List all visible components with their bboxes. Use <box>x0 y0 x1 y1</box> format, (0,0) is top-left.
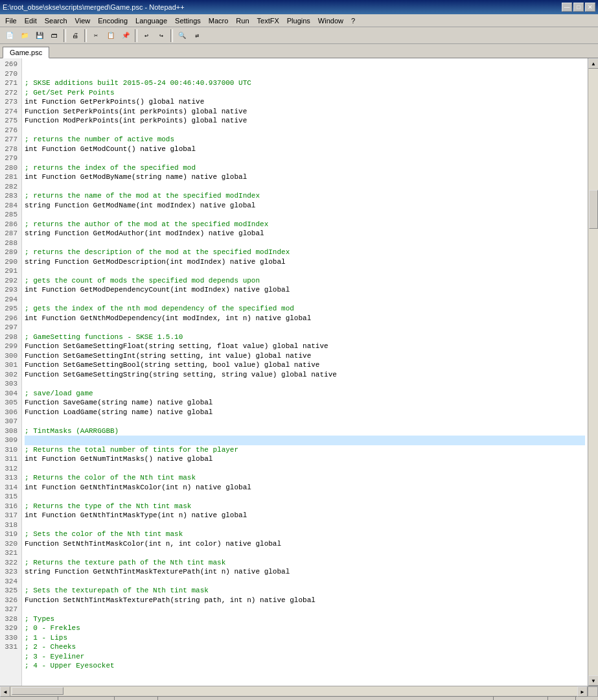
toolbar-separator-2 <box>84 29 87 42</box>
code-line <box>25 436 585 445</box>
hscrollbar-row: ◀ ▶ <box>0 686 598 696</box>
code-line: string Function GetModDescription(int mo… <box>25 257 585 267</box>
status-file-type: Normal text file <box>0 697 58 700</box>
save-all-button[interactable]: 🗃 <box>47 29 62 43</box>
cut-button[interactable]: ✂ <box>89 29 103 43</box>
menu-item-settings[interactable]: Settings <box>171 14 205 27</box>
status-encoding: ANSI <box>548 697 576 700</box>
print-button[interactable]: 🖨 <box>68 29 82 43</box>
menu-item-encoding[interactable]: Encoding <box>94 14 132 27</box>
code-line: ; returns the index of the specified mod <box>25 163 585 173</box>
line-number: 284 <box>3 201 17 211</box>
code-line: Function SetGameSettingBool(string setti… <box>25 360 585 370</box>
line-number: 318 <box>3 520 17 530</box>
status-bar: Normal text file length : 18267 lines : … <box>0 696 598 700</box>
menu-item-plugins[interactable]: Plugins <box>283 14 314 27</box>
line-number: 302 <box>3 370 17 380</box>
scroll-track[interactable] <box>588 69 598 675</box>
code-line: ; Get/Set Perk Points <box>25 88 585 98</box>
scroll-down-button[interactable]: ▼ <box>588 675 598 686</box>
line-number: 269 <box>3 60 17 69</box>
code-line: int Function GetModCount() native global <box>25 145 585 154</box>
vertical-scrollbar[interactable]: ▲ ▼ <box>588 58 598 686</box>
line-number: 311 <box>3 454 17 464</box>
tab-game-psc[interactable]: Game.psc <box>3 47 49 58</box>
menu-item-language[interactable]: Language <box>132 14 171 27</box>
line-number: 283 <box>3 191 17 201</box>
line-number: 324 <box>3 577 17 587</box>
code-line <box>25 154 585 163</box>
hscroll-left-button[interactable]: ◀ <box>0 686 10 697</box>
hscroll-track[interactable] <box>10 686 577 695</box>
code-line: int Function GetNumTintMasks() native gl… <box>25 454 585 464</box>
line-number: 273 <box>3 97 17 107</box>
line-number: 321 <box>3 548 17 558</box>
code-line: ; 2 - Cheeks <box>25 642 585 652</box>
code-line <box>25 379 585 389</box>
menu-item-edit[interactable]: Edit <box>21 14 41 27</box>
redo-button[interactable]: ↪ <box>154 29 168 43</box>
hscroll-right-button[interactable]: ▶ <box>577 686 588 697</box>
hscroll-thumb[interactable] <box>12 687 63 695</box>
menu-item-?[interactable]: ? <box>347 14 359 27</box>
line-number: 309 <box>3 436 17 445</box>
toolbar-separator-3 <box>135 29 137 42</box>
status-ins: INS <box>576 697 598 700</box>
line-number: 308 <box>3 426 17 436</box>
menu-item-file[interactable]: File <box>1 14 21 27</box>
code-line: ; returns the number of active mods <box>25 135 585 145</box>
paste-button[interactable]: 📌 <box>119 29 133 43</box>
code-line: ; Returns the total number of tints for … <box>25 445 585 455</box>
undo-button[interactable]: ↩ <box>139 29 154 43</box>
find-button[interactable]: 🔍 <box>175 29 189 43</box>
line-number: 314 <box>3 483 17 493</box>
line-number: 288 <box>3 239 17 248</box>
copy-button[interactable]: 📋 <box>104 29 118 43</box>
scroll-up-button[interactable]: ▲ <box>588 58 598 69</box>
scroll-thumb[interactable] <box>589 190 598 229</box>
code-line: Function SetGameSettingFloat(string sett… <box>25 342 585 351</box>
code-line <box>25 182 585 192</box>
line-number: 310 <box>3 445 17 455</box>
line-number: 304 <box>3 389 17 399</box>
line-number: 319 <box>3 530 17 539</box>
menu-item-view[interactable]: View <box>71 14 95 27</box>
toolbar-separator-1 <box>63 29 66 42</box>
open-button[interactable]: 📁 <box>17 29 32 43</box>
line-number: 329 <box>3 624 17 633</box>
code-line: ; Sets the color of the Nth tint mask <box>25 530 585 539</box>
line-number: 271 <box>3 78 17 88</box>
code-line: int Function GetModByName(string name) n… <box>25 172 585 182</box>
close-button[interactable]: ✕ <box>585 3 595 12</box>
line-number: 279 <box>3 154 17 163</box>
line-number: 300 <box>3 351 17 361</box>
scrollbar-corner <box>588 686 598 697</box>
status-line-ending: Dos\Windows <box>494 697 548 700</box>
line-number: 274 <box>3 107 17 117</box>
line-number: 280 <box>3 163 17 173</box>
replace-button[interactable]: ⇄ <box>190 29 204 43</box>
code-line <box>25 417 585 426</box>
line-number: 275 <box>3 116 17 126</box>
line-number: 322 <box>3 558 17 568</box>
minimize-button[interactable]: — <box>562 3 572 12</box>
maximize-button[interactable]: □ <box>573 3 584 12</box>
menu-item-window[interactable]: Window <box>314 14 347 27</box>
new-button[interactable]: 📄 <box>3 29 17 43</box>
menu-item-search[interactable]: Search <box>41 14 71 27</box>
code-line: ; 3 - Eyeliner <box>25 652 585 662</box>
code-line <box>25 210 585 220</box>
line-number: 315 <box>3 492 17 502</box>
code-line: ; Sets the texturepath of the Nth tint m… <box>25 586 585 596</box>
line-numbers: 2692702712722732742752762772782792802812… <box>0 58 22 686</box>
line-number: 287 <box>3 229 17 239</box>
code-line <box>25 492 585 502</box>
menu-item-textfx[interactable]: TextFX <box>253 14 283 27</box>
code-line: ; returns the description of the mod at … <box>25 248 585 257</box>
code-area[interactable]: ; SKSE additions built 2015-05-24 00:46:… <box>22 58 588 686</box>
menu-item-macro[interactable]: Macro <box>205 14 233 27</box>
code-line <box>25 239 585 248</box>
code-line: ; returns the name of the mod at the spe… <box>25 191 585 201</box>
menu-item-run[interactable]: Run <box>232 14 253 27</box>
save-button[interactable]: 💾 <box>32 29 47 43</box>
